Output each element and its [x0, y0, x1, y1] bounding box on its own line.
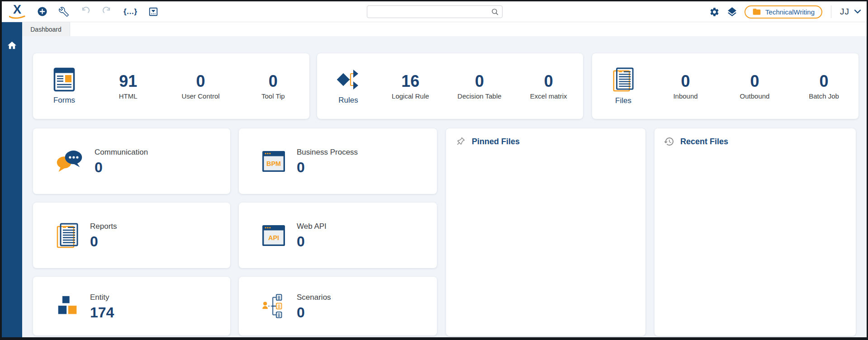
add-button[interactable] — [37, 6, 47, 17]
stat-label: User Control — [181, 92, 219, 100]
card-communication[interactable]: Communication 0 — [33, 128, 230, 194]
panel-title: Recent Files — [680, 137, 728, 146]
wrench-icon — [59, 7, 69, 17]
card-files[interactable]: Files 0 Inbound 0 Outbound 0 Batch Job — [592, 53, 859, 119]
card-category-label: Rules — [338, 96, 358, 105]
braces-icon: {…} — [123, 7, 137, 16]
tile-value: 0 — [90, 234, 117, 249]
chevron-down-icon — [854, 9, 861, 14]
stat-user-control: 0 User Control — [164, 73, 237, 100]
stat-value: 0 — [475, 73, 484, 90]
scenarios-tree-icon — [261, 294, 286, 318]
workspace-label: TechnicalWriting — [765, 8, 815, 16]
stat-label: HTML — [119, 92, 138, 100]
toolbar: X {…} — [2, 1, 867, 22]
recent-files-panel: Recent Files — [655, 128, 856, 336]
stat-value: 0 — [819, 73, 828, 90]
stat-value: 0 — [681, 73, 690, 90]
tab-dashboard[interactable]: Dashboard — [22, 22, 70, 36]
logo-swoosh-icon — [9, 15, 25, 19]
card-entity[interactable]: Entity 174 — [33, 277, 230, 335]
gear-icon — [709, 7, 720, 17]
home-icon — [7, 40, 17, 51]
layers-button[interactable] — [726, 6, 738, 18]
logo-x-letter: X — [13, 4, 21, 15]
stat-label: Batch Job — [809, 92, 839, 100]
stat-value: 0 — [196, 73, 205, 90]
stat-decision-table: 0 Decision Table — [445, 73, 514, 100]
panel-title: Pinned Files — [472, 137, 520, 146]
svg-text:API: API — [268, 234, 279, 241]
code-braces-button[interactable]: {…} — [123, 7, 137, 16]
card-business-process[interactable]: BPM Business Process 0 — [239, 128, 437, 194]
search-box — [367, 5, 503, 18]
rules-branch-icon — [337, 67, 360, 92]
api-window-icon: API — [261, 224, 286, 247]
sidebar-item-home[interactable] — [7, 40, 17, 52]
reports-pages-icon — [56, 222, 79, 249]
tile-value: 0 — [95, 160, 148, 175]
stat-label: Outbound — [740, 92, 770, 100]
tile-title: Communication — [95, 148, 148, 157]
stat-label: Tool Tip — [261, 92, 285, 100]
card-category-label: Forms — [53, 96, 75, 105]
card-forms[interactable]: Forms 91 HTML 0 User Control 0 Tool Tip — [33, 53, 309, 119]
workspace-button[interactable]: TechnicalWriting — [745, 5, 822, 19]
tab-label: Dashboard — [30, 26, 62, 33]
history-icon — [664, 136, 674, 147]
sidebar — [2, 22, 22, 337]
files-pages-icon — [612, 67, 635, 92]
card-category-label: Files — [615, 96, 631, 105]
card-reports[interactable]: Reports 0 — [33, 203, 230, 268]
plus-circle-icon — [37, 6, 47, 17]
stat-batch-job: 0 Batch Job — [789, 73, 859, 100]
card-web-api[interactable]: API Web API 0 — [239, 203, 437, 268]
card-rules[interactable]: Rules 16 Logical Rule 0 Decision Table 0… — [317, 53, 583, 119]
tile-title: Web API — [297, 222, 327, 231]
stat-value: 0 — [544, 73, 553, 90]
stat-label: Excel matrix — [530, 92, 567, 100]
pinned-files-panel: Pinned Files — [446, 128, 645, 336]
stat-value: 0 — [269, 73, 278, 90]
stat-html: 91 HTML — [92, 73, 164, 100]
chat-bubbles-icon — [56, 149, 84, 174]
entity-blocks-icon — [56, 295, 79, 317]
tile-value: 174 — [90, 305, 114, 320]
forms-document-icon — [53, 67, 75, 92]
tab-bar: Dashboard — [22, 22, 867, 36]
undo-button[interactable] — [80, 6, 90, 17]
stat-label: Logical Rule — [392, 92, 429, 100]
svg-text:BPM: BPM — [266, 160, 281, 167]
folder-icon — [752, 7, 761, 16]
tools-button[interactable] — [59, 7, 69, 17]
tile-title: Scenarios — [297, 293, 331, 302]
redo-button[interactable] — [102, 6, 112, 17]
tile-value: 0 — [297, 234, 327, 249]
stat-tool-tip: 0 Tool Tip — [237, 73, 309, 100]
app-window: X {…} — [0, 0, 868, 340]
stat-value: 0 — [750, 73, 759, 90]
bpm-window-icon: BPM — [261, 150, 286, 173]
search-input[interactable] — [367, 5, 503, 18]
stat-inbound: 0 Inbound — [651, 73, 720, 100]
toolbar-divider — [831, 5, 831, 18]
card-scenarios[interactable]: Scenarios 0 — [239, 277, 437, 335]
pin-icon — [455, 136, 466, 147]
settings-button[interactable] — [709, 7, 720, 17]
user-menu[interactable]: JJ — [840, 7, 861, 17]
stat-label: Decision Table — [457, 92, 501, 100]
undo-icon — [80, 6, 90, 17]
app-logo[interactable]: X — [8, 4, 26, 19]
toolbar-icon-group: {…} — [37, 6, 158, 17]
stat-label: Inbound — [673, 92, 697, 100]
user-initials: JJ — [840, 7, 849, 17]
tile-title: Reports — [90, 222, 117, 231]
redo-icon — [102, 6, 112, 17]
import-button[interactable] — [148, 7, 158, 17]
search-icon — [491, 8, 499, 16]
toolbar-right-group: TechnicalWriting JJ — [709, 1, 861, 22]
stat-logical-rule: 16 Logical Rule — [376, 73, 445, 100]
tile-title: Entity — [90, 293, 114, 302]
main-content: Forms 91 HTML 0 User Control 0 Tool Tip — [22, 36, 867, 337]
import-box-icon — [148, 7, 158, 17]
